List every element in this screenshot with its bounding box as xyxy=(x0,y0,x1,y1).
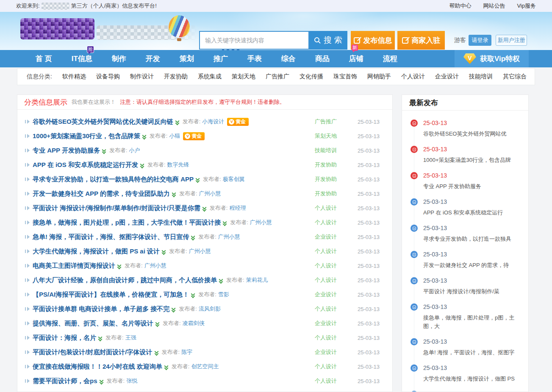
category-link[interactable]: 技能培训 xyxy=(307,147,345,154)
nav-item[interactable]: 制作 xyxy=(112,54,126,64)
double-chevron-down-icon[interactable] xyxy=(223,220,227,226)
subnav-item[interactable]: 软件精选 xyxy=(62,73,86,81)
category-link[interactable]: 个人设计 xyxy=(307,247,345,255)
search-input[interactable] xyxy=(199,31,309,50)
nav-item[interactable]: 手表 xyxy=(247,54,262,64)
subnav-item[interactable]: 个人设计 xyxy=(401,73,425,81)
category-link[interactable]: 个人设计 xyxy=(307,334,345,342)
double-chevron-down-icon[interactable] xyxy=(155,321,160,327)
category-link[interactable]: 广告推广 xyxy=(307,118,345,125)
double-chevron-down-icon[interactable] xyxy=(202,206,207,211)
nav-item[interactable]: 首 页 xyxy=(36,54,52,64)
double-chevron-down-icon[interactable] xyxy=(219,278,223,284)
publisher-link[interactable]: 小猫 xyxy=(169,132,180,140)
latest-item-link[interactable]: 谷歌外链SEO英文外链外贸网站优 xyxy=(423,130,521,138)
listing-title-link[interactable]: 大学生代做海报，海报设计，做图 PS ai 设计 xyxy=(33,247,160,256)
listing-title-link[interactable]: 开发一款健身社交 APP 的需求，待专业团队助力 xyxy=(33,190,170,198)
double-chevron-down-icon[interactable] xyxy=(172,192,176,197)
publisher-link[interactable]: 程经理 xyxy=(229,204,246,212)
category-link[interactable]: 个人设计 xyxy=(307,204,345,212)
nav-item[interactable]: 店铺 xyxy=(349,54,363,64)
publisher-link[interactable]: 创艺空间主 xyxy=(191,363,219,370)
double-chevron-down-icon[interactable] xyxy=(172,307,176,312)
publisher-link[interactable]: 广州小慧 xyxy=(144,262,166,270)
publisher-link[interactable]: 数字先锋 xyxy=(167,161,189,169)
publisher-link[interactable]: 小户 xyxy=(129,147,140,154)
double-chevron-down-icon[interactable] xyxy=(191,235,195,240)
nav-item[interactable]: 综合 xyxy=(281,54,296,64)
double-chevron-down-icon[interactable] xyxy=(140,163,144,168)
nav-item[interactable]: IT信息 xyxy=(72,54,92,64)
subnav-item[interactable]: 企业设计 xyxy=(435,73,459,81)
nav-item[interactable]: 推广 xyxy=(214,54,228,64)
publisher-link[interactable]: 雪影 xyxy=(218,291,229,298)
subnav-item[interactable]: 策划天地 xyxy=(232,73,255,81)
subnav-item[interactable]: 其它综合 xyxy=(503,73,527,81)
subnav-item[interactable]: 文化传播 xyxy=(300,73,323,81)
category-link[interactable]: 开发协助 xyxy=(307,161,345,169)
double-chevron-down-icon[interactable] xyxy=(164,364,169,370)
double-chevron-down-icon[interactable] xyxy=(100,379,104,384)
publisher-link[interactable]: 广州小慧 xyxy=(189,247,211,255)
category-link[interactable]: 个人设计 xyxy=(307,305,345,313)
subnav-item[interactable]: 技能培训 xyxy=(469,73,493,81)
double-chevron-down-icon[interactable] xyxy=(102,148,106,154)
category-link[interactable]: 策划天地 xyxy=(307,132,345,140)
listing-title-link[interactable]: 【PS/AI海报平面设计】在线接单，价格便宜，可加急！ xyxy=(33,291,189,299)
vip-privilege-button[interactable]: V 获取Vip特权 xyxy=(455,50,529,67)
subnav-item[interactable]: 开发协助 xyxy=(164,73,188,81)
category-link[interactable]: 企业设计 xyxy=(307,320,345,327)
publisher-link[interactable]: 王强 xyxy=(125,334,136,342)
category-link[interactable]: 个人设计 xyxy=(307,262,345,270)
category-link[interactable]: 个人设计 xyxy=(307,276,345,284)
topbar-link[interactable]: 帮助中心 xyxy=(449,2,471,10)
publisher-link[interactable]: 广州小慧 xyxy=(199,190,221,197)
latest-item-link[interactable]: APP 在 iOS 和安卓系统稳定运行 xyxy=(423,209,521,217)
double-chevron-down-icon[interactable] xyxy=(155,350,159,356)
publisher-link[interactable]: 陈宇 xyxy=(181,348,192,356)
latest-item-link[interactable]: 寻求专业开发协助，以打造一款独具 xyxy=(423,235,521,243)
subnav-item[interactable]: 珠宝首饰 xyxy=(333,73,357,81)
listing-title-link[interactable]: 便宜接在线做海报啦！！24小时在线 欢迎询单 xyxy=(33,363,162,371)
publisher-link[interactable]: 广州小慧 xyxy=(218,233,240,241)
nav-item[interactable]: 流程 xyxy=(383,54,397,64)
listing-title-link[interactable]: 急单! 海报，平面设计，海报、抠图字体设计、节日宣传 xyxy=(33,233,189,241)
publisher-link[interactable]: 茉莉花儿 xyxy=(246,276,268,284)
listing-title-link[interactable]: 八年大厂设计经验，原创自由设计师，跳过中间商，个人低价接单 xyxy=(33,276,217,284)
subnav-item[interactable]: 网销助手 xyxy=(367,73,391,81)
publisher-link[interactable]: 广州小慧 xyxy=(250,219,272,226)
listing-title-link[interactable]: 电商美工主图详情页海报设计 xyxy=(33,262,115,270)
double-chevron-down-icon[interactable] xyxy=(117,264,122,269)
listing-title-link[interactable]: 寻求专业开发协助，以打造一款独具特色的社交电商 APP xyxy=(33,175,194,183)
listing-title-link[interactable]: 平面设计：海报，名片 xyxy=(33,334,96,342)
latest-item-link[interactable]: 开发一款健身社交 APP 的需求，待 xyxy=(423,261,521,270)
listing-title-link[interactable]: 接急单，做海报，图片处理，p图，主图，大学生代做！平面设计接 xyxy=(33,219,221,227)
listing-title-link[interactable]: 平面设计 海报设计/海报制作/菜单制作/封面设计/只要是你需 xyxy=(33,204,200,212)
listing-title-link[interactable]: APP 在 iOS 和安卓系统稳定运行开发 xyxy=(33,161,138,169)
subnav-item[interactable]: 广告推广 xyxy=(266,73,289,81)
listing-title-link[interactable]: 需要平面设计师，会ps xyxy=(33,377,97,385)
listing-title-link[interactable]: 平面设计接单群 电商设计接单，单子超多 接不完 xyxy=(33,305,169,313)
listing-title-link[interactable]: 提供海报、画册、折页、展架、名片等设计 xyxy=(33,320,153,328)
listing-title-link[interactable]: 专业 APP 开发协助服务 xyxy=(33,147,100,155)
topbar-link[interactable]: Vip服务 xyxy=(517,2,536,10)
nav-item[interactable]: 开发 xyxy=(146,54,160,64)
category-link[interactable]: 开发协助 xyxy=(307,190,345,197)
subnav-item[interactable]: 制作设计 xyxy=(130,73,154,81)
subnav-item[interactable]: 设备导购 xyxy=(96,73,120,81)
publisher-link[interactable]: 极客创翼 xyxy=(223,175,245,183)
category-link[interactable]: 开发协助 xyxy=(307,175,345,183)
category-link[interactable]: 企业设计 xyxy=(307,291,345,298)
listing-title-link[interactable]: 1000+策划案涵盖30行业，包含品牌策 xyxy=(33,132,140,140)
latest-item-link[interactable]: 急单! 海报，平面设计，海报、抠图字 xyxy=(423,348,521,357)
login-button[interactable]: 请登录 xyxy=(469,35,491,46)
double-chevron-down-icon[interactable] xyxy=(98,336,103,341)
latest-item-link[interactable]: 1000+策划案涵盖30行业，包含品牌 xyxy=(423,156,521,164)
listing-panel-subtitle[interactable]: 我也要在这展示！ xyxy=(72,98,116,106)
double-chevron-down-icon[interactable] xyxy=(175,120,180,125)
double-chevron-down-icon[interactable] xyxy=(196,177,200,183)
register-button[interactable]: 新用户注册 xyxy=(496,35,527,46)
latest-item-link[interactable]: 接急单，做海报，图片处理，p图，主图，大 xyxy=(423,314,521,331)
category-link[interactable]: 企业设计 xyxy=(307,233,345,241)
nav-item[interactable]: 商品 xyxy=(315,54,330,64)
